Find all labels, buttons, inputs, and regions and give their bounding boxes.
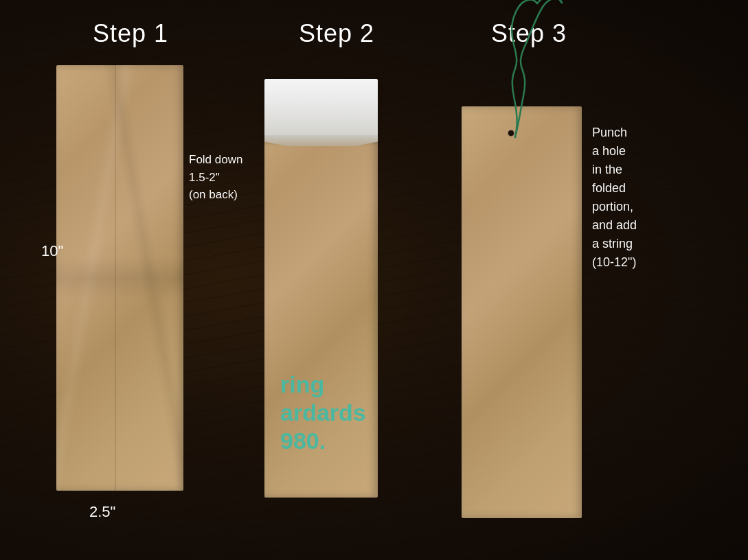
bag2-teal-text: ringardards980. (280, 371, 366, 454)
annotation-25in: 2.5" (89, 501, 115, 523)
step1-label: Step 1 (55, 19, 206, 48)
annotation-step3: Puncha holein thefoldedportion,and adda … (592, 124, 637, 272)
bag1 (56, 65, 183, 491)
string (481, 0, 653, 144)
bag2-fold (264, 79, 378, 141)
annotation-10in: 10" (41, 240, 63, 262)
bag3 (462, 106, 582, 518)
step2-label: Step 2 (261, 19, 412, 48)
annotation-fold: Fold down1.5-2"(on back) (189, 151, 242, 204)
